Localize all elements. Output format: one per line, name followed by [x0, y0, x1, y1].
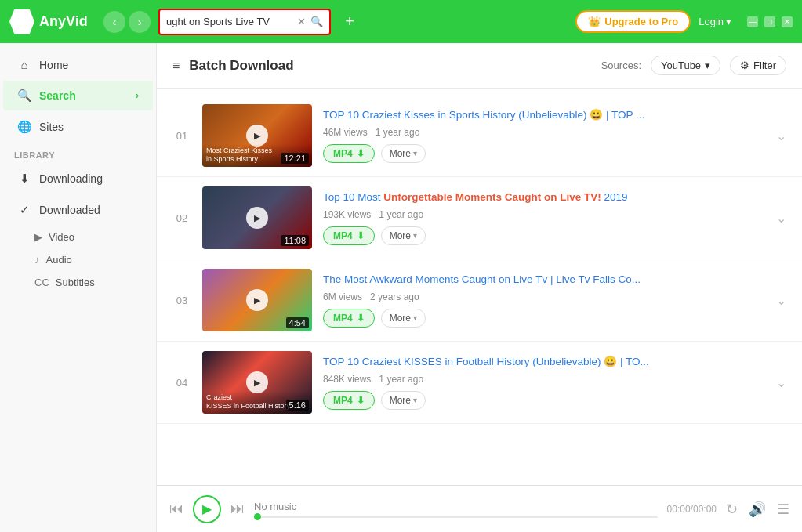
video-info: TOP 10 Craziest KISSES in Football Histo… — [323, 355, 765, 410]
video-dropdown-icon[interactable]: ⌄ — [776, 375, 786, 390]
sidebar-item-search[interactable]: 🔍 Search › — [3, 81, 153, 110]
sidebar-sites-label: Sites — [39, 121, 64, 133]
nav-arrows: ‹ › — [103, 11, 151, 33]
downloading-icon: ⬇ — [17, 172, 31, 186]
download-arrow-icon: ⬇ — [357, 395, 365, 406]
sidebar-item-downloaded[interactable]: ✓ Downloaded — [3, 195, 153, 225]
search-tab[interactable]: ught on Sports Live TV ✕ 🔍 — [158, 9, 331, 35]
topbar: AnyVid ‹ › ught on Sports Live TV ✕ 🔍 + … — [0, 0, 802, 43]
batch-download-title: Batch Download — [189, 58, 293, 74]
subtitles-icon: CC — [34, 277, 49, 288]
nav-forward-button[interactable]: › — [129, 11, 151, 33]
video-number: 02 — [172, 212, 191, 224]
progress-dot — [254, 513, 261, 520]
search-icon: 🔍 — [17, 89, 31, 103]
video-number: 03 — [172, 295, 191, 306]
maximize-button[interactable]: □ — [764, 16, 775, 27]
video-meta: 6M views 2 years ago — [323, 291, 765, 302]
nav-back-button[interactable]: ‹ — [103, 11, 125, 33]
download-arrow-icon: ⬇ — [357, 148, 365, 159]
video-number: 01 — [172, 130, 191, 142]
more-label: More — [390, 148, 411, 159]
sources-dropdown[interactable]: YouTube ▾ — [651, 56, 720, 75]
play-button[interactable]: ▶ — [246, 207, 268, 229]
player-playlist-button[interactable]: ☰ — [777, 501, 789, 518]
sidebar-home-label: Home — [39, 59, 68, 71]
sidebar-video-label: Video — [49, 231, 74, 243]
video-thumbnail[interactable]: ▶ Most Craziest Kissesin Sports History … — [202, 104, 312, 167]
video-info: The Most Awkward Moments Caught on Live … — [323, 273, 765, 328]
login-label: Login — [699, 16, 724, 27]
video-meta: 848K views 1 year ago — [323, 374, 765, 385]
more-chevron-icon: ▾ — [413, 313, 417, 322]
video-dropdown-icon[interactable]: ⌄ — [776, 211, 786, 226]
more-label: More — [390, 395, 411, 406]
more-chevron-icon: ▾ — [413, 149, 417, 157]
sites-icon: 🌐 — [17, 120, 31, 134]
video-thumbnail[interactable]: ▶ CraziestKISSES in Football History 5:1… — [202, 351, 312, 414]
player-play-button[interactable]: ▶ — [193, 495, 221, 523]
player-controls-right: ↻ 🔊 ☰ — [726, 501, 789, 518]
search-tab-close-icon[interactable]: ✕ — [297, 16, 306, 27]
sidebar-audio-label: Audio — [46, 254, 72, 266]
upgrade-button[interactable]: 👑 Upgrade to Pro — [575, 10, 691, 33]
sidebar-item-subtitles[interactable]: CC Subtitles — [0, 271, 156, 294]
home-icon: ⌂ — [17, 58, 31, 71]
video-dropdown-icon[interactable]: ⌄ — [776, 128, 786, 143]
sidebar-item-downloading[interactable]: ⬇ Downloading — [3, 164, 153, 194]
video-thumbnail[interactable]: ▶ 4:54 — [202, 269, 312, 331]
search-expand-arrow-icon: › — [136, 90, 139, 101]
mp4-label: MP4 — [333, 148, 353, 159]
video-meta: 193K views 1 year ago — [323, 209, 765, 220]
app-name: AnyVid — [39, 13, 88, 30]
download-arrow-icon: ⬇ — [357, 230, 365, 241]
mp4-download-button[interactable]: MP4 ⬇ — [323, 144, 375, 163]
library-divider: Library — [0, 143, 156, 163]
source-dropdown-chevron-icon: ▾ — [705, 60, 710, 71]
sidebar-item-video[interactable]: ▶ Video — [0, 226, 156, 248]
player-volume-button[interactable]: 🔊 — [749, 501, 766, 518]
list-item: 01 ▶ Most Craziest Kissesin Sports Histo… — [157, 95, 802, 177]
add-tab-button[interactable]: + — [339, 11, 361, 33]
upgrade-icon: 👑 — [588, 16, 601, 27]
logo-icon — [9, 9, 34, 34]
more-options-button[interactable]: More ▾ — [381, 226, 426, 245]
more-options-button[interactable]: More ▾ — [381, 144, 426, 163]
source-value: YouTube — [661, 60, 701, 71]
play-button[interactable]: ▶ — [246, 289, 268, 311]
login-button[interactable]: Login ▾ — [699, 16, 731, 27]
sidebar-item-home[interactable]: ⌂ Home — [3, 50, 153, 79]
sidebar-item-audio[interactable]: ♪ Audio — [0, 248, 156, 271]
filter-button[interactable]: ⚙ Filter — [730, 56, 786, 75]
more-chevron-icon: ▾ — [413, 231, 417, 240]
video-title: Top 10 Most Unforgettable Moments Caught… — [323, 190, 765, 205]
video-title: TOP 10 Craziest Kisses in Sports History… — [323, 108, 765, 123]
player-repeat-button[interactable]: ↻ — [726, 501, 738, 518]
batch-download-icon: ≡ — [172, 59, 180, 73]
sidebar-item-sites[interactable]: 🌐 Sites — [3, 112, 153, 142]
mp4-download-button[interactable]: MP4 ⬇ — [323, 391, 375, 410]
progress-bar[interactable] — [254, 516, 658, 518]
mp4-download-button[interactable]: MP4 ⬇ — [323, 309, 375, 328]
video-dropdown-icon[interactable]: ⌄ — [776, 293, 786, 308]
video-actions: MP4 ⬇ More ▾ — [323, 309, 765, 328]
player-prev-button[interactable]: ⏮ — [169, 501, 183, 517]
more-chevron-icon: ▾ — [413, 396, 417, 404]
video-duration: 5:16 — [286, 400, 309, 411]
video-icon: ▶ — [34, 231, 42, 243]
player-next-button[interactable]: ⏭ — [230, 501, 245, 517]
more-label: More — [390, 230, 411, 241]
video-info: TOP 10 Craziest Kisses in Sports History… — [323, 108, 765, 163]
minimize-button[interactable]: — — [747, 16, 758, 27]
video-meta: 46M views 1 year ago — [323, 127, 765, 138]
more-options-button[interactable]: More ▾ — [381, 391, 426, 410]
close-button[interactable]: ✕ — [782, 16, 793, 27]
logo-area: AnyVid — [9, 9, 96, 34]
mp4-download-button[interactable]: MP4 ⬇ — [323, 226, 375, 245]
filter-icon: ⚙ — [740, 60, 749, 71]
search-tab-search-icon: 🔍 — [310, 16, 323, 27]
more-options-button[interactable]: More ▾ — [381, 309, 426, 328]
video-duration: 12:21 — [281, 153, 309, 164]
svg-marker-0 — [16, 16, 27, 28]
video-thumbnail[interactable]: ▶ 11:08 — [202, 186, 312, 249]
